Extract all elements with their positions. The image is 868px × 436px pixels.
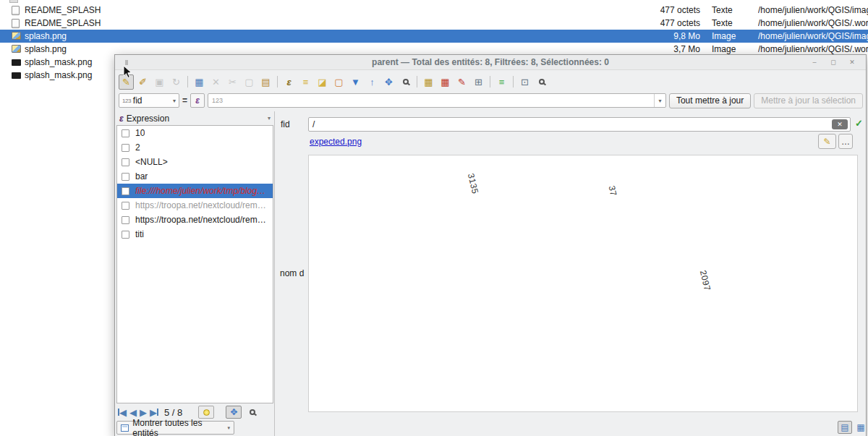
list-item[interactable]: 10 [117,126,273,140]
delete-field-icon[interactable]: ▦ [438,74,453,90]
reload-icon[interactable]: ↻ [169,74,184,90]
show-all-features-button[interactable]: Montrer toutes les entités ▾ [116,421,234,435]
select-by-expression-icon[interactable]: ε [281,74,297,90]
pan-to-selection-icon[interactable]: ✥ [381,74,396,90]
list-item[interactable]: titi [117,227,273,241]
rotated-number: 2097 [698,269,713,291]
edit-attachment-button[interactable]: ✎ [818,134,836,149]
list-item-label: <NULL> [135,157,168,167]
file-size: 9,8 Mo [637,31,700,41]
checkbox[interactable] [122,144,129,152]
toolbar-separator [187,76,188,87]
file-type: Image [712,31,736,41]
feature-list-header[interactable]: ε Expression ▾ [116,112,273,124]
actions-icon[interactable] [534,74,549,90]
first-feature-button[interactable]: ◀ [118,407,127,418]
dock-icon[interactable]: ⊡ [517,74,532,90]
clear-icon[interactable]: ✕ [832,119,848,129]
equals-label: = [182,95,187,106]
feature-position: 5 / 8 [164,407,182,418]
magnifier-icon [250,409,255,415]
close-button[interactable]: ✕ [847,58,857,67]
field-calculator-icon[interactable]: ⊞ [471,74,486,90]
save-edits-icon[interactable]: ▣ [152,74,167,90]
list-item[interactable]: https://troopa.net/nextcloud/remot... [117,213,273,227]
table-view-icon: ▦ [856,422,864,432]
list-item[interactable]: https://troopa.net/nextcloud/remot... [117,198,273,213]
chevron-down-icon[interactable]: ▾ [654,94,665,107]
title-bar[interactable]: parent — Total des entités: 8, Filtrées:… [115,55,866,70]
next-feature-button[interactable]: ▶ [140,407,147,418]
field-select[interactable]: 123 fid ▾ [119,93,179,108]
file-path: /home/julien/work/QGIS/.work [758,18,868,28]
table-view-toggle[interactable]: ▦ [854,421,868,434]
filter-icon[interactable]: ▼ [348,74,363,90]
list-item[interactable]: bar [117,169,273,184]
feature-list: 10 2 <NULL> bar file:///home/julien/work… [116,125,273,403]
previous-feature-button[interactable]: ◀ [129,407,137,418]
update-selection-button: Mettre à jour la sélection [754,93,863,108]
last-feature-button[interactable]: ▶ [150,407,158,418]
checkbox[interactable] [122,216,129,224]
document-icon [12,19,20,28]
file-size: 477 octets [637,18,700,28]
fid-input[interactable]: / ✕ [308,117,851,132]
form-view-toggle[interactable]: ▤ [838,421,852,434]
invert-selection-icon[interactable]: ◪ [315,74,330,90]
file-name: splash_mask.png [25,70,92,80]
minimize-button[interactable]: – [809,58,820,67]
panel-splitter[interactable] [274,111,275,436]
move-selection-to-top-icon[interactable]: ↑ [365,74,380,90]
multi-edit-icon[interactable]: ✐ [135,74,150,90]
browse-attachment-button[interactable]: … [838,134,853,149]
field-update-bar: 123 fid ▾ = ε 123 ▾ Tout mettre à jour M… [119,93,863,108]
expression-builder-button[interactable]: ε [190,93,205,108]
list-item-label: bar [135,171,148,181]
checkbox[interactable] [122,158,129,166]
select-all-icon[interactable]: ≡ [298,74,313,90]
deselect-all-icon[interactable]: ▢ [331,74,346,90]
file-row[interactable]: README_SPLASH 477 octets Texte /home/jul… [0,4,868,17]
update-all-button[interactable]: Tout mettre à jour [669,93,751,108]
conditional-formatting-icon[interactable]: ≡ [494,74,509,90]
list-item-label: https://troopa.net/nextcloud/remot... [135,215,269,225]
maximize-button[interactable]: ◻ [828,58,838,67]
value-text: 123 [208,97,654,104]
chevron-down-icon: ▾ [227,425,230,431]
zoom-to-feature-button[interactable] [244,406,260,419]
checkbox[interactable] [122,202,129,210]
file-size: 477 octets [637,5,700,15]
list-item[interactable]: <NULL> [117,155,273,169]
toolbar-separator [513,76,514,87]
chevron-down-icon[interactable]: ▾ [268,115,271,121]
value-input[interactable]: 123 ▾ [208,93,666,108]
image-mask-icon [12,72,21,79]
lightbulb-icon [203,409,210,416]
file-row[interactable]: README_SPLASH 477 octets Texte /home/jul… [0,17,868,30]
cut-icon[interactable]: ✂ [225,74,240,90]
table-icon [121,424,129,432]
file-row-selected[interactable]: splash.png 9,8 Mo Image /home/julien/wor… [0,30,868,43]
expression-filter-icon: ε [119,114,124,124]
pan-to-feature-button[interactable]: ✥ [226,406,242,419]
list-item-selected[interactable]: file:///home/julien/work/tmp/blog_c... [117,184,273,198]
attachment-link[interactable]: expected.png [310,137,362,147]
edit-field-icon[interactable]: ✎ [454,74,469,90]
checkbox[interactable] [122,129,129,137]
magnifier-icon [539,79,545,85]
document-icon [12,6,20,15]
nom-field-label: nom d [280,268,307,278]
copy-icon[interactable]: ▢ [242,74,257,90]
feature-list-header-label: Expression [127,114,169,124]
checkbox[interactable] [122,187,129,195]
highlight-feature-button[interactable] [198,406,214,419]
paste-icon[interactable]: ▤ [258,74,273,90]
checkbox[interactable] [122,231,129,239]
fid-field-label: fid [281,119,290,129]
new-field-icon[interactable]: ▦ [421,74,436,90]
list-item[interactable]: 2 [117,140,273,155]
add-feature-icon[interactable]: ▦ [192,74,207,90]
checkbox[interactable] [122,173,129,181]
delete-selected-icon[interactable]: ✕ [208,74,224,90]
zoom-to-selection-icon[interactable] [398,74,413,90]
